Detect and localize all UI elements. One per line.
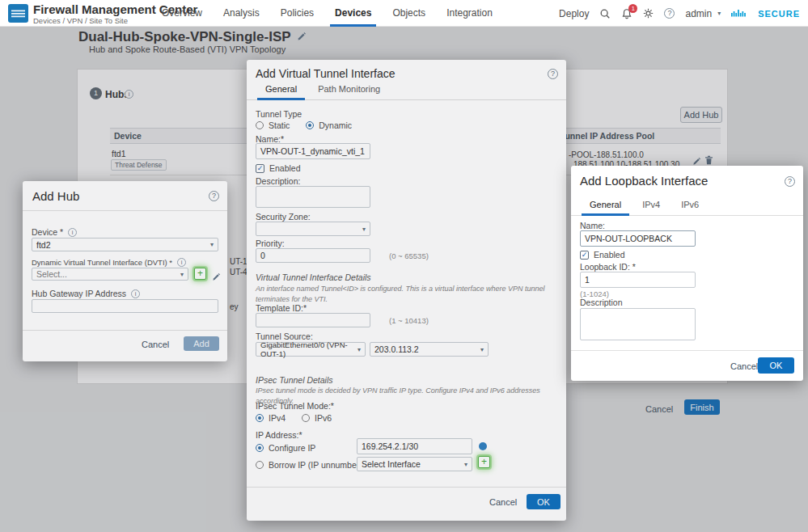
enabled-checkbox[interactable]: ✓	[580, 251, 589, 260]
help-icon[interactable]: ?	[664, 8, 675, 19]
nav-analysis[interactable]: Analysis	[223, 0, 260, 27]
deploy-button[interactable]: Deploy	[559, 8, 589, 19]
user-menu[interactable]: admin ▾	[685, 8, 721, 19]
main-nav: Overview Analysis Policies Devices Objec…	[162, 0, 493, 27]
tab-ipv6[interactable]: IPv6	[671, 195, 709, 215]
nav-devices[interactable]: Devices	[335, 0, 371, 27]
nav-policies[interactable]: Policies	[281, 0, 314, 27]
tab-ipv4[interactable]: IPv4	[632, 195, 671, 215]
top-header: Firewall Management Center Devices / VPN…	[0, 0, 808, 27]
dialog-title: Add Loopback Interface	[580, 174, 708, 188]
loopback-cancel-button[interactable]: Cancel	[730, 361, 758, 371]
user-name: admin	[685, 8, 712, 19]
nav-overview[interactable]: Overview	[162, 0, 202, 27]
notifications-bell-icon[interactable]: 1	[621, 8, 632, 19]
loopback-id-input[interactable]: 1	[580, 272, 696, 288]
loopback-name-input[interactable]: VPN-OUT-LOOPBACK	[580, 230, 696, 247]
loopback-description-textarea[interactable]	[580, 308, 696, 340]
loopback-id-label: Loopback ID: *	[580, 262, 636, 272]
search-icon[interactable]	[599, 8, 611, 19]
gear-icon[interactable]	[643, 8, 654, 19]
add-loopback-dialog: Add Loopback Interface ? General IPv4 IP…	[571, 166, 803, 381]
chevron-down-icon: ▾	[717, 10, 721, 17]
dialog-help-icon[interactable]: ?	[785, 176, 795, 187]
nav-integration[interactable]: Integration	[446, 0, 493, 27]
notification-badge: 1	[628, 4, 637, 13]
loopback-name-label: Name:	[580, 221, 605, 230]
loopback-description-label: Description	[580, 298, 623, 307]
loopback-ok-button[interactable]: OK	[758, 357, 794, 374]
secure-brand: SECURE	[758, 9, 800, 19]
cisco-logo-icon	[731, 9, 747, 19]
nav-objects[interactable]: Objects	[392, 0, 425, 27]
enabled-label: Enabled	[594, 250, 625, 260]
loopback-enabled-row: ✓ Enabled	[580, 250, 625, 260]
tab-general[interactable]: General	[579, 195, 632, 215]
loopback-tabs: General IPv4 IPv6	[571, 195, 803, 216]
app-logo-icon	[8, 4, 28, 26]
